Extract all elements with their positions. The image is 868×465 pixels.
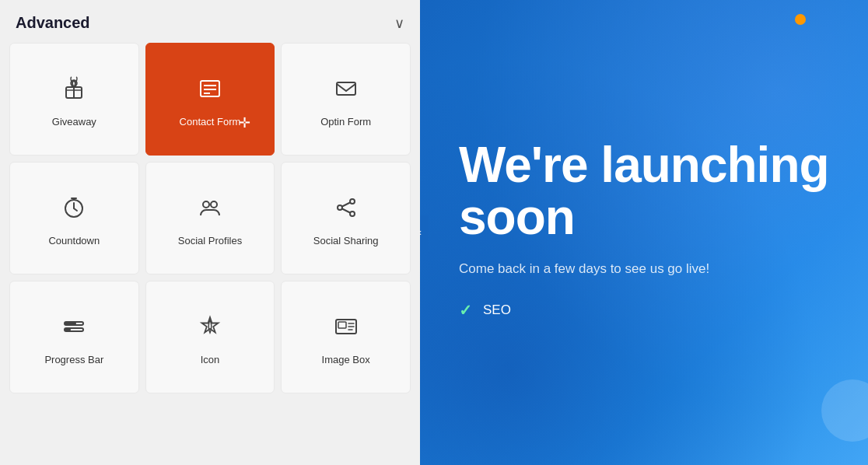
feature-list: ✓ SEO [459,301,829,320]
icon-label: Icon [201,354,220,365]
panel-collapse-tab[interactable]: ‹ [420,215,429,250]
social-sharing-label: Social Sharing [313,235,379,246]
countdown-label: Countdown [48,235,100,246]
svg-point-13 [338,205,342,210]
sub-text: Come back in a few days to see us go liv… [459,259,754,279]
social-profiles-label: Social Profiles [178,235,242,246]
feature-label-seo: SEO [483,302,511,318]
svg-point-14 [350,212,355,216]
orange-dot-decoration [795,14,806,25]
widget-item-countdown[interactable]: Countdown [9,162,139,274]
icon-widget-icon [198,314,222,343]
svg-rect-22 [338,322,346,328]
feature-item-seo: ✓ SEO [459,301,829,320]
svg-rect-20 [65,328,71,331]
optin-form-label: Optin Form [320,116,371,128]
svg-point-12 [350,199,355,204]
social-sharing-icon [334,195,359,224]
main-heading: We're launching soon [459,139,829,243]
giveaway-icon [61,76,86,105]
widget-item-social-profiles[interactable]: Social Profiles [145,162,275,274]
social-profiles-icon [198,195,222,224]
svg-line-15 [342,202,350,206]
widget-item-optin-form[interactable]: Optin Form [281,43,411,156]
collapse-icon[interactable]: ∨ [394,15,404,32]
image-box-label: Image Box [322,354,370,365]
svg-point-10 [203,201,209,208]
widget-item-contact-form[interactable]: Contact Form ✛ [145,43,275,156]
blue-circle-decoration [821,379,868,442]
svg-point-11 [211,201,217,208]
countdown-icon [61,195,86,224]
progress-bar-icon [61,314,86,343]
widget-item-icon[interactable]: Icon [145,281,275,393]
optin-form-icon [334,76,359,105]
widget-item-progress-bar[interactable]: Progress Bar [9,281,139,393]
svg-rect-6 [337,82,355,95]
collapse-tab-arrow-icon: ‹ [420,227,422,238]
progress-bar-label: Progress Bar [44,354,103,365]
panel-title: Advanced [16,14,90,32]
widget-grid: Giveaway Contact Form ✛ [0,43,420,403]
image-box-icon [334,314,359,343]
left-panel: Advanced ∨ Giveaway [0,0,420,465]
drag-cursor-icon: ✛ [239,114,250,131]
giveaway-label: Giveaway [52,116,96,128]
contact-form-icon [198,76,222,105]
check-icon: ✓ [459,301,472,320]
preview-content: We're launching soon Come back in a few … [459,139,829,326]
panel-header: Advanced ∨ [0,0,420,43]
svg-line-16 [342,208,350,212]
right-panel: ‹ We're launching soon Come back in a fe… [420,0,868,465]
widget-item-social-sharing[interactable]: Social Sharing [281,162,411,274]
svg-rect-19 [65,322,76,325]
widget-item-giveaway[interactable]: Giveaway [9,43,139,156]
widget-item-image-box[interactable]: Image Box [281,281,411,393]
contact-form-label: Contact Form [180,116,241,128]
